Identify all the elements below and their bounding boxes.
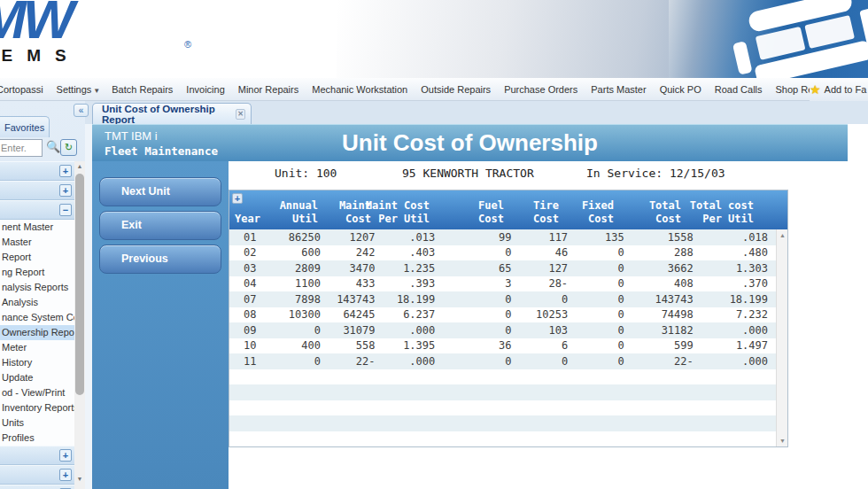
expand-icon[interactable]: +: [59, 165, 72, 177]
expand-icon[interactable]: +: [59, 449, 72, 462]
refresh-icon: ↻: [65, 142, 73, 152]
sidebar-tree-item[interactable]: Ownership Report: [0, 325, 74, 340]
accordion-bar[interactable]: +: [0, 485, 74, 489]
accordion-bar[interactable]: +: [0, 446, 74, 465]
scrollbar-thumb[interactable]: [75, 174, 84, 395]
tab-title: Unit Cost of Ownership Report: [102, 104, 230, 125]
application-window: MW ✦ ® TEMS Cortopassi Settings▼: [0, 0, 868, 489]
table-row[interactable]: 07789814374318.19900014374318.199: [229, 291, 777, 307]
table-row[interactable]: [229, 384, 777, 400]
sidebar-tree-item[interactable]: Master: [0, 235, 74, 250]
expand-icon[interactable]: +: [59, 184, 72, 197]
menu-item[interactable]: Cortopassi: [0, 84, 45, 95]
page-title: Unit Cost of Ownership: [92, 129, 848, 157]
logo-text: MW: [0, 0, 71, 50]
grid-column-header: Total cost Per Util: [690, 199, 763, 229]
sidebar-tree-item[interactable]: Profiles: [0, 431, 74, 446]
sidebar-tree-item[interactable]: ng Report: [0, 265, 74, 280]
sidebar-splitter[interactable]: [85, 124, 92, 489]
table-row[interactable]: 03280934701.23565127036621.303: [229, 260, 777, 276]
table-row[interactable]: 0810300642456.2370102530744987.232: [229, 307, 777, 323]
truck-image: [669, 0, 868, 78]
menu-item[interactable]: Parts Master: [591, 84, 647, 95]
menu-item[interactable]: Mechanic Workstation: [312, 84, 409, 95]
sidebar-scrollbar[interactable]: ▲ ▼: [74, 161, 85, 489]
table-row[interactable]: 01862501207.013991171351558.018: [229, 229, 777, 245]
logo-subtext: TEMS: [0, 46, 81, 66]
table-row[interactable]: [229, 369, 777, 385]
truck-silhouette-icon: [669, 0, 868, 78]
table-row[interactable]: 02600242.4030460288.480: [229, 245, 777, 261]
accordion-bar[interactable]: +: [0, 161, 74, 181]
star-icon: ★: [810, 82, 821, 97]
grid-column-header: Annual Util: [263, 199, 327, 229]
search-icon[interactable]: 🔍: [46, 140, 60, 153]
chevron-down-icon: ▼: [93, 87, 100, 95]
sidebar-tree-item[interactable]: od - View/Print: [0, 385, 74, 400]
banner-swoosh-graphic: [337, 0, 709, 78]
accordion-bar[interactable]: −: [0, 200, 74, 220]
top-banner: MW ✦ ® TEMS: [0, 0, 868, 78]
menu-item[interactable]: Invoicing: [186, 84, 226, 95]
sidebar-tree-item[interactable]: Inventory Reports: [0, 400, 74, 415]
expand-icon[interactable]: −: [59, 204, 72, 216]
grid-header: + Year Annual Util Maint Cost Ma: [229, 190, 787, 229]
table-row[interactable]: 09031079.0000103031182.000: [229, 322, 777, 338]
logo-star-icon: ✦: [78, 12, 100, 43]
table-row[interactable]: 11022-.00000022-.000: [229, 353, 777, 369]
grid-column-header: Tire Cost: [513, 199, 568, 229]
sidebar-tree-item[interactable]: nalysis Reports: [0, 280, 74, 295]
accordion-bar[interactable]: +: [0, 465, 74, 485]
menu-item[interactable]: Road Calls: [715, 84, 764, 95]
sidebar-tree-item[interactable]: Meter: [0, 340, 74, 355]
table-row[interactable]: [229, 431, 777, 447]
sidebar-tree-item[interactable]: Analysis: [0, 295, 74, 310]
tab-close-icon[interactable]: ✕: [236, 109, 245, 120]
sidebar-tree-item[interactable]: Report: [0, 250, 74, 265]
sidebar-tree-item[interactable]: Units: [0, 415, 74, 431]
menu-item[interactable]: Purchase Orders: [504, 84, 579, 95]
collapse-sidebar-button[interactable]: «: [74, 104, 89, 117]
action-button[interactable]: Next Unit: [99, 177, 221, 206]
scroll-up-icon[interactable]: ▲: [777, 229, 788, 241]
grid-scrollbar[interactable]: ▲ ▼: [776, 229, 787, 446]
search-input[interactable]: [0, 139, 43, 157]
refresh-button[interactable]: ↻: [60, 139, 77, 156]
sidebar-accordions-top: + + −: [0, 161, 74, 220]
grid-column-header: Year: [229, 199, 263, 229]
action-button[interactable]: Previous: [99, 244, 221, 274]
table-row[interactable]: 041100433.393328-0408.370: [229, 276, 777, 292]
sidebar-tree-item[interactable]: Update: [0, 370, 74, 385]
grid-column-header: Fuel Cost: [438, 199, 513, 229]
grid-column-header: Fixed Cost: [568, 199, 623, 229]
grid-body-table: 01862501207.013991171351558.01802600242.…: [229, 229, 777, 446]
sidebar-tree-item[interactable]: nent Master: [0, 220, 74, 235]
grid-expand-icon[interactable]: +: [232, 193, 243, 204]
tab-unit-cost-report[interactable]: Unit Cost of Ownership Report ✕: [92, 103, 252, 124]
menu-item[interactable]: Quick PO: [660, 84, 703, 95]
sidebar-accordions-bottom: + + +: [0, 446, 74, 489]
unit-value: Unit: 100: [275, 167, 337, 180]
sidebar-tree-item[interactable]: History: [0, 355, 74, 370]
menu-item[interactable]: Batch Repairs: [112, 84, 174, 95]
chevron-left-icon: «: [79, 105, 84, 115]
in-service-date: In Service: 12/15/03: [586, 167, 725, 180]
add-to-favorites-button[interactable]: ★ Add to Fa: [810, 78, 868, 101]
menu-item[interactable]: Outside Repairs: [421, 84, 492, 95]
grid-column-header: Total Cost: [623, 199, 690, 229]
action-button[interactable]: Exit: [99, 211, 221, 240]
grid-column-header: Maint Cost Per Util: [380, 199, 438, 229]
unit-info-row: Unit: 100 95 KENWORTH TRACTOR In Service…: [229, 167, 788, 184]
sidebar-tree-item[interactable]: nance System Cos: [0, 310, 74, 325]
favorites-tab[interactable]: Favorites: [0, 116, 50, 137]
expand-icon[interactable]: +: [59, 469, 72, 481]
scroll-down-icon[interactable]: ▼: [777, 435, 788, 446]
table-row[interactable]: [229, 400, 777, 416]
menu-item[interactable]: Minor Repairs: [238, 84, 300, 95]
scroll-down-icon[interactable]: ▼: [74, 474, 85, 485]
table-row[interactable]: 104005581.39536605991.497: [229, 338, 777, 354]
menu-item[interactable]: Settings▼: [57, 84, 101, 95]
accordion-bar[interactable]: +: [0, 181, 74, 200]
table-row[interactable]: [229, 415, 777, 431]
scroll-up-icon[interactable]: ▲: [74, 161, 85, 172]
